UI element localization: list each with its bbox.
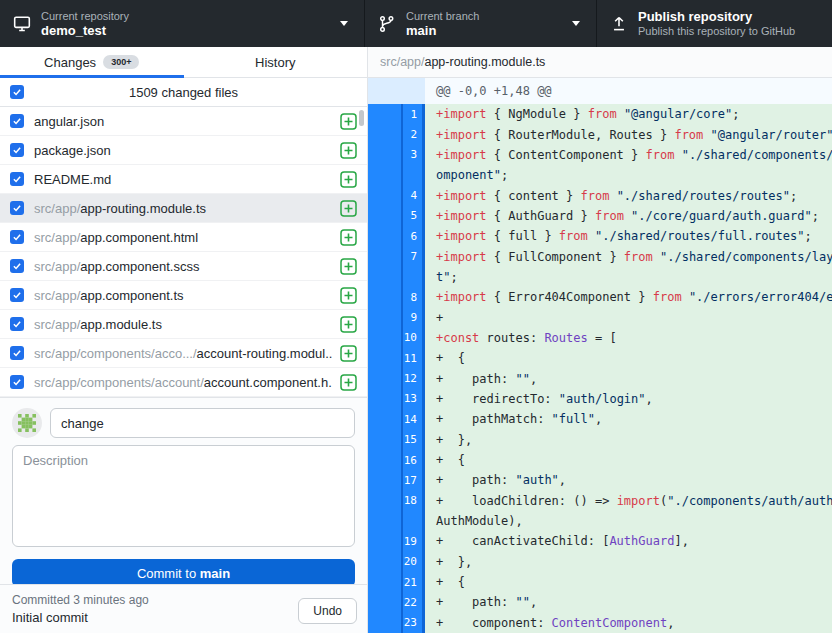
file-include-checkbox[interactable] — [10, 288, 24, 302]
diff-line[interactable]: 10+const routes: Routes = [ — [368, 328, 832, 348]
diff-line-number[interactable]: 14 — [401, 409, 425, 429]
diff-line-number[interactable]: 23 — [401, 613, 425, 633]
diff-line[interactable]: 9+ — [368, 307, 832, 327]
diff-line-number[interactable] — [401, 267, 425, 287]
diff-gutter-old[interactable] — [368, 572, 401, 592]
diff-gutter-old[interactable] — [368, 511, 401, 531]
diff-gutter-old[interactable] — [368, 165, 401, 185]
file-row[interactable]: src/app/app.component.ts — [0, 281, 367, 310]
diff-line-number[interactable]: 18 — [401, 491, 425, 511]
current-branch-button[interactable]: Current branch main — [365, 0, 597, 47]
diff-line[interactable]: 14+ pathMatch: "full", — [368, 409, 832, 429]
diff-line-number[interactable]: 13 — [401, 389, 425, 409]
undo-button[interactable]: Undo — [298, 598, 357, 624]
diff-line-number[interactable]: 15 — [401, 430, 425, 450]
file-list-scrollbar[interactable] — [359, 110, 364, 126]
file-include-checkbox[interactable] — [10, 317, 24, 331]
file-include-checkbox[interactable] — [10, 259, 24, 273]
diff-line[interactable]: 2+import { RouterModule, Routes } from "… — [368, 124, 832, 144]
diff-line[interactable]: 21+ { — [368, 572, 832, 592]
commit-button[interactable]: Commit to main — [12, 559, 355, 587]
diff-gutter-old[interactable] — [368, 246, 401, 266]
diff-line[interactable]: 7+import { FullComponent } from "./share… — [368, 246, 832, 266]
diff-gutter-old[interactable] — [368, 328, 401, 348]
diff-line-number[interactable]: 12 — [401, 368, 425, 388]
diff-line-number[interactable]: 20 — [401, 552, 425, 572]
diff-line[interactable]: 11+ { — [368, 348, 832, 368]
commit-summary-input[interactable] — [50, 408, 355, 438]
current-repository-button[interactable]: Current repository demo_test — [0, 0, 365, 47]
diff-gutter-old[interactable] — [368, 185, 401, 205]
file-include-checkbox[interactable] — [10, 201, 24, 215]
file-include-checkbox[interactable] — [10, 143, 24, 157]
diff-gutter-old[interactable] — [368, 613, 401, 633]
publish-repository-button[interactable]: Publish repository Publish this reposito… — [597, 0, 832, 47]
diff-line[interactable]: 17+ path: "auth", — [368, 470, 832, 490]
diff-gutter-old[interactable] — [368, 348, 401, 368]
diff-gutter-old[interactable] — [368, 368, 401, 388]
tab-changes[interactable]: Changes 300+ — [0, 47, 184, 77]
diff-line-number[interactable] — [401, 511, 425, 531]
diff-line[interactable]: omponent"; — [368, 165, 832, 185]
file-include-checkbox[interactable] — [10, 346, 24, 360]
diff-gutter-old[interactable] — [368, 226, 401, 246]
diff-line[interactable]: 16+ { — [368, 450, 832, 470]
file-row[interactable]: src/app/app.component.html — [0, 223, 367, 252]
diff-gutter-old[interactable] — [368, 491, 401, 511]
diff-line[interactable]: 15+ }, — [368, 430, 832, 450]
commit-description-input[interactable] — [12, 445, 355, 547]
select-all-checkbox[interactable] — [10, 85, 24, 99]
diff-gutter-old[interactable] — [368, 145, 401, 165]
diff-gutter-old[interactable] — [368, 267, 401, 287]
diff-gutter-old[interactable] — [368, 307, 401, 327]
diff-gutter-old[interactable] — [368, 206, 401, 226]
diff-line-number[interactable]: 1 — [401, 104, 425, 124]
diff-line-number[interactable]: 11 — [401, 348, 425, 368]
diff-gutter-old[interactable] — [368, 287, 401, 307]
diff-line-number[interactable]: 16 — [401, 450, 425, 470]
tab-history[interactable]: History — [184, 47, 368, 77]
diff-gutter-old[interactable] — [368, 552, 401, 572]
file-row[interactable]: src/app/app-routing.module.ts — [0, 194, 367, 223]
diff-line[interactable]: 12+ path: "", — [368, 368, 832, 388]
diff-line[interactable]: AuthModule), — [368, 511, 832, 531]
diff-line-number[interactable]: 7 — [401, 246, 425, 266]
diff-line-number[interactable]: 22 — [401, 592, 425, 612]
diff-gutter-old[interactable] — [368, 450, 401, 470]
file-row[interactable]: angular.json — [0, 107, 367, 136]
file-include-checkbox[interactable] — [10, 375, 24, 389]
diff-line-number[interactable]: 10 — [401, 328, 425, 348]
file-row[interactable]: package.json — [0, 136, 367, 165]
diff-line[interactable]: 3+import { ContentComponent } from "./sh… — [368, 145, 832, 165]
diff-line-number[interactable]: 8 — [401, 287, 425, 307]
diff-line-number[interactable]: 2 — [401, 124, 425, 144]
diff-line-number[interactable]: 21 — [401, 572, 425, 592]
file-row[interactable]: README.md — [0, 165, 367, 194]
diff-line[interactable]: 19+ canActivateChild: [AuthGuard], — [368, 531, 832, 551]
diff-gutter-old[interactable] — [368, 409, 401, 429]
diff-line[interactable]: 1+import { NgModule } from "@angular/cor… — [368, 104, 832, 124]
file-row[interactable]: src/app/components/account/account.compo… — [0, 368, 367, 397]
diff-line[interactable]: 22+ path: "", — [368, 592, 832, 612]
diff-line-number[interactable]: 17 — [401, 470, 425, 490]
file-include-checkbox[interactable] — [10, 114, 24, 128]
diff-line[interactable]: 13+ redirectTo: "auth/login", — [368, 389, 832, 409]
diff-line-number[interactable]: 6 — [401, 226, 425, 246]
diff-line-number[interactable] — [401, 165, 425, 185]
diff-line-number[interactable]: 19 — [401, 531, 425, 551]
diff-line[interactable]: 23+ component: ContentComponent, — [368, 613, 832, 633]
file-include-checkbox[interactable] — [10, 230, 24, 244]
file-row[interactable]: src/app/app.module.ts — [0, 310, 367, 339]
diff-line-number[interactable]: 3 — [401, 145, 425, 165]
diff-line-number[interactable]: 9 — [401, 307, 425, 327]
file-row[interactable]: src/app/components/acco.../account-routi… — [0, 339, 367, 368]
diff-line-number[interactable]: 5 — [401, 206, 425, 226]
diff-gutter-old[interactable] — [368, 124, 401, 144]
diff-line[interactable]: t"; — [368, 267, 832, 287]
diff-gutter-old[interactable] — [368, 592, 401, 612]
diff-line-number[interactable]: 4 — [401, 185, 425, 205]
file-include-checkbox[interactable] — [10, 172, 24, 186]
diff-gutter-old[interactable] — [368, 104, 401, 124]
diff-line[interactable]: 20+ }, — [368, 552, 832, 572]
diff-line[interactable]: 4+import { content } from "./shared/rout… — [368, 185, 832, 205]
